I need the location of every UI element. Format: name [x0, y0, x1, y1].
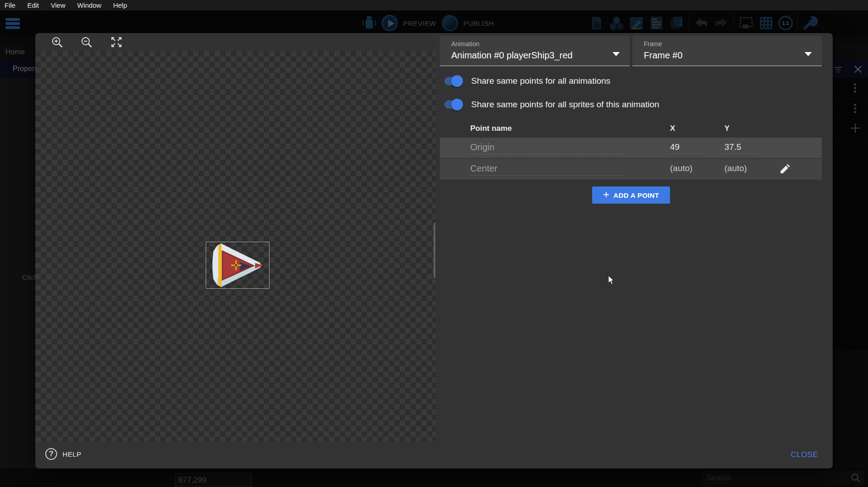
plus-icon: + — [603, 189, 609, 200]
column-point-name: Point name — [470, 124, 512, 133]
animation-select-label: Animation — [451, 40, 479, 48]
point-name-field[interactable]: Center — [470, 163, 624, 176]
share-points-all-sprites-toggle[interactable] — [443, 99, 463, 110]
mouse-cursor — [608, 275, 617, 285]
point-x-field[interactable]: 49 — [670, 142, 702, 154]
menu-item-view[interactable]: View — [45, 1, 71, 9]
zoom-in-icon[interactable] — [51, 36, 63, 48]
frame-select[interactable]: Frame Frame #0 — [632, 36, 822, 66]
share-points-all-animations-row: Share same points for all animations — [443, 73, 610, 89]
column-y: Y — [724, 124, 729, 133]
share-points-all-sprites-row: Share same points for all sprites of thi… — [443, 97, 659, 112]
points-table-header: Point name X Y — [440, 120, 822, 138]
fit-to-screen-icon[interactable] — [110, 36, 123, 48]
frame-select-label: Frame — [644, 40, 662, 48]
menu-item-edit[interactable]: Edit — [21, 1, 45, 9]
points-editor-dialog: Animation Animation #0 playerShip3_red F… — [35, 33, 833, 468]
chevron-down-icon — [612, 52, 620, 56]
close-button[interactable]: CLOSE — [791, 450, 818, 459]
animation-select-value: Animation #0 playerShip3_red — [451, 50, 573, 61]
point-y-field[interactable]: (auto) — [724, 163, 756, 175]
canvas-scrollbar[interactable] — [434, 223, 435, 278]
menu-item-file[interactable]: File — [0, 1, 21, 9]
column-x: X — [670, 124, 675, 133]
sprite-bounding-box — [206, 242, 270, 289]
share-points-all-animations-toggle[interactable] — [443, 75, 463, 87]
point-x-field[interactable]: (auto) — [670, 163, 702, 175]
toggle-label: Share same points for all sprites of thi… — [471, 100, 659, 110]
app-window: File Edit View Window Help PREVIEW PUBLI… — [0, 0, 868, 487]
menu-item-window[interactable]: Window — [71, 1, 107, 9]
help-button[interactable]: ? HELP — [45, 448, 82, 460]
sprite-preview-canvas[interactable] — [35, 51, 436, 441]
frame-select-value: Frame #0 — [644, 50, 683, 61]
canvas-toolbar — [35, 33, 436, 51]
points-panel: Animation Animation #0 playerShip3_red F… — [436, 33, 833, 441]
question-mark-icon: ? — [45, 448, 57, 460]
toggle-label: Share same points for all animations — [471, 76, 610, 86]
table-row-center[interactable]: Center (auto) (auto) — [440, 159, 822, 180]
dialog-footer: ? HELP CLOSE — [35, 441, 833, 468]
chevron-down-icon — [805, 52, 812, 56]
add-point-button[interactable]: + ADD A POINT — [592, 186, 670, 204]
player-ship-sprite — [206, 242, 269, 288]
point-name-field[interactable]: Origin — [470, 142, 624, 154]
animation-select[interactable]: Animation Animation #0 playerShip3_red — [440, 36, 630, 66]
zoom-out-icon[interactable] — [80, 36, 93, 48]
menu-bar: File Edit View Window Help — [0, 0, 868, 10]
point-y-field[interactable]: 37.5 — [724, 142, 756, 154]
table-row-origin[interactable]: Origin 49 37.5 — [440, 138, 822, 158]
menu-item-help[interactable]: Help — [107, 1, 133, 9]
edit-pencil-icon[interactable] — [779, 163, 791, 175]
